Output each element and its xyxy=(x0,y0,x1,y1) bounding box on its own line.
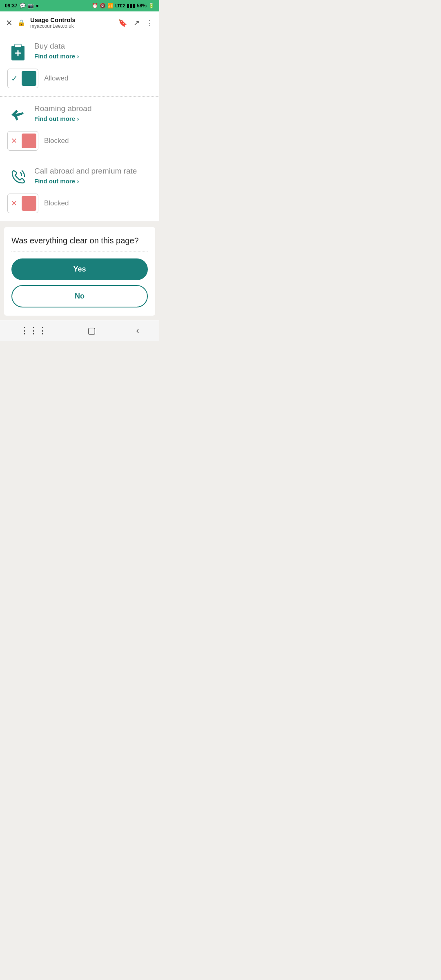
call-abroad-status-row: ✕ Blocked xyxy=(7,194,152,213)
buy-data-title: Buy data xyxy=(34,42,79,51)
url-text: myaccount.ee.co.uk xyxy=(30,23,113,29)
lte-icon: LTE2 xyxy=(115,4,125,8)
recent-apps-icon[interactable]: ⋮⋮⋮ xyxy=(20,325,47,336)
close-icon[interactable]: ✕ xyxy=(6,18,13,28)
roaming-find-out-more[interactable]: Find out more xyxy=(34,115,75,122)
roaming-chevron: › xyxy=(77,115,79,122)
battery-display: 58% xyxy=(137,3,147,9)
roaming-toggle[interactable]: ✕ xyxy=(7,131,38,151)
buy-data-section: Buy data Find out more › ✓ Allowed xyxy=(0,34,159,96)
signal-icon: ▮▮▮ xyxy=(127,3,135,9)
back-icon[interactable]: ‹ xyxy=(136,325,139,336)
browser-actions: 🔖 ↗ ⋮ xyxy=(118,18,154,27)
buy-data-header: Buy data Find out more › xyxy=(7,42,152,63)
dot-indicator: ● xyxy=(36,3,39,9)
status-right: ⏰ 🔇 📶 LTE2 ▮▮▮ 58% 🔋 xyxy=(92,3,154,9)
buy-data-icon xyxy=(7,42,29,63)
status-left: 09:37 💬 📷 ● xyxy=(5,3,39,9)
buy-data-toggle[interactable]: ✓ xyxy=(7,69,38,88)
home-icon[interactable]: ▢ xyxy=(87,325,96,336)
lock-icon: 🔒 xyxy=(18,19,25,27)
blocked-indicator xyxy=(22,134,36,148)
call-abroad-header: Call abroad and premium rate Find out mo… xyxy=(7,167,152,188)
browser-bar: ✕ 🔒 Usage Controls myaccount.ee.co.uk 🔖 … xyxy=(0,11,159,34)
bookmark-icon[interactable]: 🔖 xyxy=(118,18,127,27)
whatsapp-icon: 💬 xyxy=(20,3,26,9)
roaming-header: Roaming abroad Find out more › xyxy=(7,104,152,125)
feedback-divider xyxy=(11,252,148,252)
buy-data-info: Buy data Find out more › xyxy=(34,42,79,60)
feedback-section: Was everything clear on this page? Yes N… xyxy=(4,227,155,316)
call-abroad-find-out-more[interactable]: Find out more xyxy=(34,178,75,185)
svg-rect-1 xyxy=(15,44,21,47)
buy-data-chevron: › xyxy=(77,53,79,60)
buy-data-find-out-more[interactable]: Find out more xyxy=(34,53,75,60)
buy-data-status-row: ✓ Allowed xyxy=(7,69,152,88)
no-button[interactable]: No xyxy=(11,285,148,307)
call-abroad-info: Call abroad and premium rate Find out mo… xyxy=(34,167,137,185)
alarm-icon: ⏰ xyxy=(92,3,98,9)
call-abroad-status: Blocked xyxy=(44,199,69,207)
call-abroad-icon xyxy=(7,167,29,188)
blocked-indicator-2 xyxy=(22,196,36,211)
status-bar: 09:37 💬 📷 ● ⏰ 🔇 📶 LTE2 ▮▮▮ 58% 🔋 xyxy=(0,0,159,11)
call-abroad-chevron: › xyxy=(77,178,79,185)
cross-mark-icon: ✕ xyxy=(11,136,17,145)
roaming-info: Roaming abroad Find out more › xyxy=(34,104,91,122)
roaming-title: Roaming abroad xyxy=(34,104,91,114)
url-section: Usage Controls myaccount.ee.co.uk xyxy=(30,16,113,29)
cross-mark-icon-2: ✕ xyxy=(11,199,17,208)
roaming-section: Roaming abroad Find out more › ✕ Blocked xyxy=(0,97,159,159)
image-icon: 📷 xyxy=(28,3,34,9)
buy-data-status: Allowed xyxy=(44,74,69,82)
time-display: 09:37 xyxy=(5,3,18,9)
call-abroad-toggle[interactable]: ✕ xyxy=(7,194,38,213)
roaming-status-row: ✕ Blocked xyxy=(7,131,152,151)
share-icon[interactable]: ↗ xyxy=(134,18,140,27)
allowed-indicator xyxy=(22,71,36,86)
battery-icon: 🔋 xyxy=(148,3,154,9)
check-mark-icon: ✓ xyxy=(11,74,18,83)
mute-icon: 🔇 xyxy=(100,3,106,9)
bottom-nav: ⋮⋮⋮ ▢ ‹ xyxy=(0,320,159,341)
call-abroad-section: Call abroad and premium rate Find out mo… xyxy=(0,159,159,221)
call-abroad-title: Call abroad and premium rate xyxy=(34,167,137,176)
feedback-question: Was everything clear on this page? xyxy=(11,235,148,246)
more-options-icon[interactable]: ⋮ xyxy=(146,18,154,27)
roaming-status: Blocked xyxy=(44,137,69,145)
wifi-icon: 📶 xyxy=(107,3,114,9)
yes-button[interactable]: Yes xyxy=(11,258,148,280)
roaming-icon xyxy=(7,104,29,125)
page-title: Usage Controls xyxy=(30,16,113,23)
main-content: Buy data Find out more › ✓ Allowed Roami… xyxy=(0,34,159,221)
